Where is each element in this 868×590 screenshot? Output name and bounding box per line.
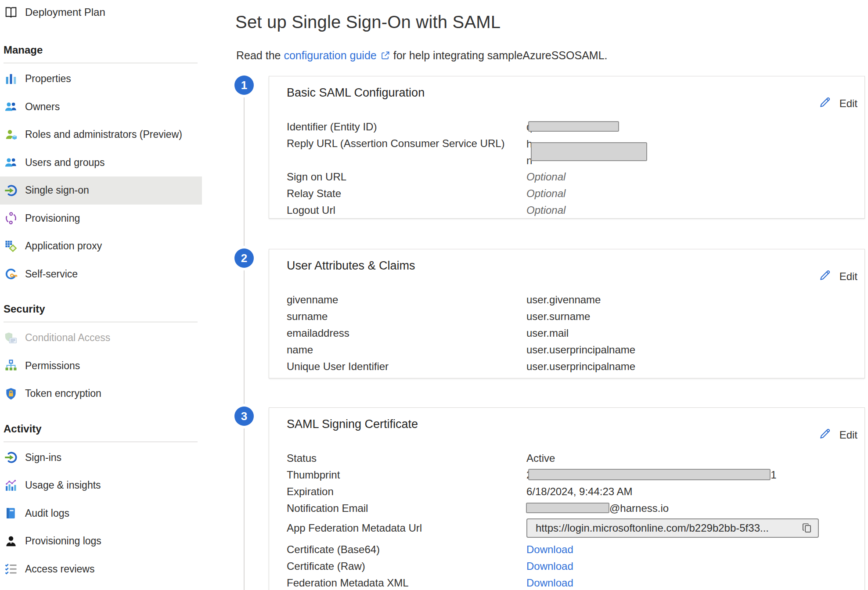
sidebar-item-deployment-plan[interactable]: Deployment Plan — [0, 0, 202, 25]
card-title: SAML Signing Certificate — [287, 417, 418, 431]
sidebar-item-label: Provisioning — [25, 212, 80, 224]
field-row-federation-metadata-xml: Federation Metadata XMLDownload — [287, 575, 858, 590]
sidebar-item-roles-and-administrators-preview[interactable]: Roles and administrators (Preview) — [0, 121, 202, 149]
card-basic-saml-configuration: Basic SAML ConfigurationEditIdentifier (… — [269, 76, 865, 219]
sidebar-item-properties[interactable]: Properties — [0, 65, 202, 93]
redacted-value: q — [526, 121, 858, 133]
edit-label: Edit — [839, 97, 857, 110]
edit-label: Edit — [839, 270, 857, 283]
sidebar-item-label: Conditional Access — [25, 332, 110, 344]
step-badge-2: 2 — [234, 248, 254, 268]
sidebar-section-header-manage: Manage — [4, 44, 198, 63]
metadata-url-input[interactable]: https://login.microsoftonline.com/b229b2… — [526, 518, 819, 538]
sidebar-item-owners[interactable]: Owners — [0, 93, 202, 121]
field-row-expiration: Expiration6/18/2024, 9:44:23 AM — [287, 483, 858, 500]
field-row-surname: surnameuser.surname — [287, 308, 858, 325]
download-link-certificate-raw[interactable]: Download — [526, 560, 858, 572]
sidebar-item-users-and-groups[interactable]: Users and groups — [0, 149, 202, 177]
download-link-certificate-base64[interactable]: Download — [526, 543, 858, 556]
sidebar-item-provisioning-logs[interactable]: Provisioning logs — [0, 527, 202, 555]
edit-button-basic-saml-configuration[interactable]: Edit — [819, 96, 857, 111]
field-row-identifier-entity-id: Identifier (Entity ID)q — [287, 119, 858, 135]
intro-text: Read the configuration guide for help in… — [236, 49, 608, 62]
field-row-notification-email: Notification Emailr@harness.io — [287, 500, 858, 517]
field-label: Expiration — [287, 486, 526, 498]
redaction-box — [526, 503, 609, 513]
card-title: Basic SAML Configuration — [287, 86, 425, 100]
field-label: givenname — [287, 294, 526, 306]
users-groups-icon — [4, 156, 18, 169]
redacted-multiline-value: hn — [526, 135, 858, 169]
field-label: Unique User Identifier — [287, 360, 526, 373]
field-label: name — [287, 344, 526, 356]
field-label: App Federation Metadata Url — [287, 522, 526, 534]
step-badge-3: 3 — [234, 407, 254, 426]
sidebar-item-label: Users and groups — [25, 157, 105, 169]
redaction-suffix: 1 — [771, 469, 776, 481]
application-proxy-icon — [4, 240, 18, 253]
field-value: user.givenname — [526, 294, 858, 306]
intro-suffix: for help integrating sampleAzureSSOSAML. — [393, 49, 608, 62]
permissions-icon — [4, 359, 18, 372]
sidebar-item-application-proxy[interactable]: Application proxy — [0, 232, 202, 260]
field-label: Status — [287, 452, 526, 464]
field-label: surname — [287, 310, 526, 323]
field-label: emailaddress — [287, 327, 526, 339]
redaction-suffix: @harness.io — [609, 502, 669, 514]
field-row-unique-user-identifier: Unique User Identifieruser.userprincipal… — [287, 358, 858, 375]
redaction-box — [531, 142, 647, 161]
sidebar-item-usage-insights[interactable]: Usage & insights — [0, 471, 202, 500]
field-value: user.userprincipalname — [526, 360, 858, 373]
sidebar-item-token-encryption[interactable]: Token encryption — [0, 380, 202, 408]
edit-button-saml-signing-certificate[interactable]: Edit — [819, 427, 857, 442]
sidebar-item-audit-logs[interactable]: Audit logs — [0, 500, 202, 528]
external-link-icon — [380, 50, 390, 61]
sidebar-item-label: Single sign-on — [25, 184, 89, 196]
sign-ins-icon — [4, 451, 18, 464]
field-value-optional: Optional — [526, 187, 858, 200]
sidebar-item-label: Application proxy — [25, 240, 102, 252]
sidebar-item-access-reviews[interactable]: Access reviews — [0, 555, 202, 583]
sidebar-item-single-sign-on[interactable]: Single sign-on — [0, 176, 202, 205]
roles-icon — [4, 128, 18, 141]
redaction-box — [528, 121, 619, 132]
field-row-status: StatusActive — [287, 450, 858, 467]
field-label: Federation Metadata XML — [287, 577, 526, 589]
sidebar-item-self-service[interactable]: Self-service — [0, 260, 202, 288]
pencil-icon — [819, 96, 832, 111]
field-label: Notification Email — [287, 502, 526, 514]
sidebar-item-conditional-access[interactable]: Conditional Access — [0, 324, 202, 352]
step-badge-1: 1 — [234, 76, 254, 95]
step-rail — [244, 86, 245, 590]
field-label: Sign on URL — [287, 171, 526, 183]
field-row-logout-url: Logout UrlOptional — [287, 202, 858, 219]
edit-button-user-attributes-claims[interactable]: Edit — [819, 269, 857, 284]
edit-label: Edit — [839, 429, 857, 441]
field-row-givenname: givennameuser.givenname — [287, 291, 858, 308]
sidebar-item-label: Token encryption — [25, 388, 101, 399]
sidebar-item-provisioning[interactable]: Provisioning — [0, 205, 202, 233]
field-value: user.userprincipalname — [526, 344, 858, 356]
field-label: Certificate (Base64) — [287, 543, 526, 556]
field-label: Thumbprint — [287, 469, 526, 481]
card-user-attributes-claims: User Attributes & ClaimsEditgivennameuse… — [269, 249, 865, 378]
redaction-box — [528, 469, 771, 480]
sidebar-item-permissions[interactable]: Permissions — [0, 352, 202, 380]
sidebar-item-sign-ins[interactable]: Sign-ins — [0, 444, 202, 472]
field-value: Active — [526, 452, 858, 464]
copy-icon[interactable] — [801, 522, 813, 534]
sidebar-item-label: Properties — [25, 73, 71, 85]
download-link-federation-metadata-xml[interactable]: Download — [526, 577, 858, 589]
configuration-guide-link[interactable]: configuration guide — [284, 49, 390, 62]
field-row-certificate-base64: Certificate (Base64)Download — [287, 541, 858, 558]
sidebar-item-label: Roles and administrators (Preview) — [25, 129, 182, 140]
card-title: User Attributes & Claims — [287, 259, 415, 273]
audit-logs-icon — [4, 507, 18, 520]
intro-prefix: Read the — [236, 49, 281, 62]
field-value: user.surname — [526, 310, 858, 323]
usage-insights-icon — [4, 479, 18, 492]
sidebar: Deployment Plan ManagePropertiesOwnersRo… — [0, 0, 202, 583]
field-label: Relay State — [287, 187, 526, 200]
field-value: 6/18/2024, 9:44:23 AM — [526, 486, 858, 498]
pencil-icon — [819, 269, 832, 284]
